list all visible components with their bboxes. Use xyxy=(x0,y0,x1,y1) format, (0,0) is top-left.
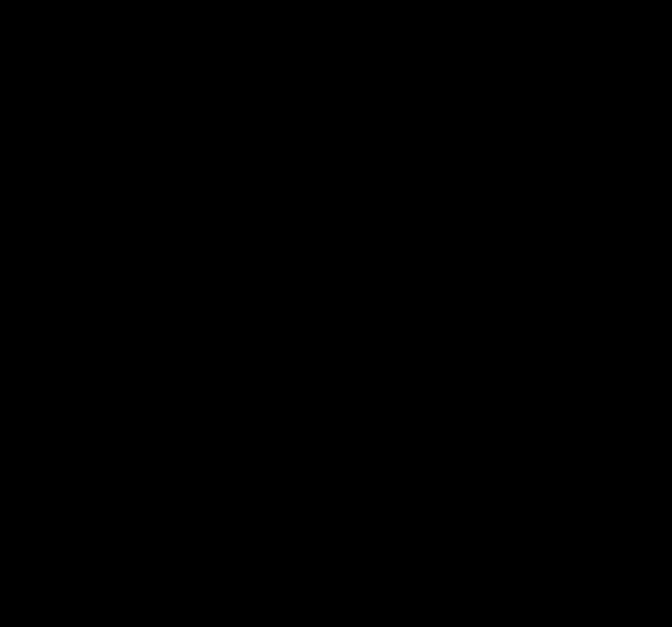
plot-canvas xyxy=(0,0,672,627)
radiation-rates-figure xyxy=(0,0,672,627)
